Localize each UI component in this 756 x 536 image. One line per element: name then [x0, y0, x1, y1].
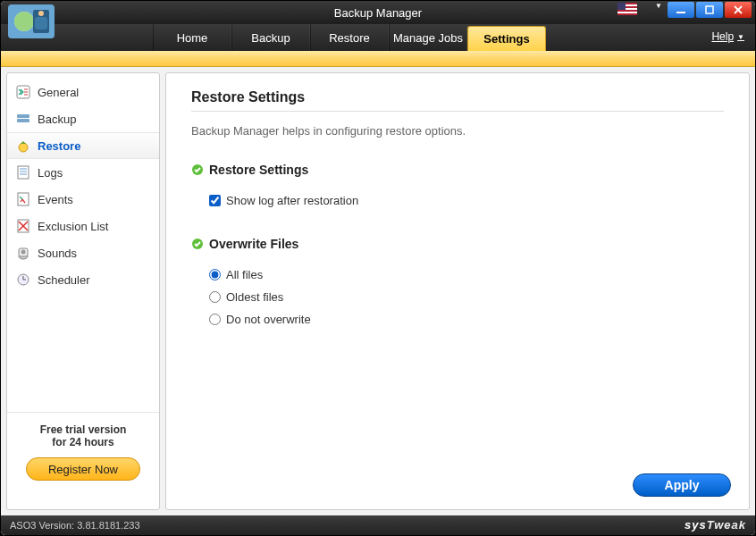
- sidebar-item-events[interactable]: Events: [7, 186, 159, 213]
- app-logo-icon: [6, 3, 56, 40]
- language-dropdown-icon[interactable]: ▼: [651, 2, 666, 18]
- tab-settings[interactable]: Settings: [467, 26, 546, 51]
- show-log-checkbox-row[interactable]: Show log after restoration: [191, 189, 724, 212]
- sidebar-item-scheduler[interactable]: Scheduler: [7, 266, 159, 293]
- gold-accent-strip: [1, 51, 755, 67]
- svg-rect-10: [617, 3, 626, 10]
- maximize-button[interactable]: [696, 2, 723, 18]
- titlebar: Backup Manager ▼: [1, 1, 755, 24]
- title-divider: [191, 111, 724, 112]
- restore-icon: [16, 138, 30, 153]
- svg-rect-9: [617, 12, 637, 13]
- sidebar-item-general[interactable]: General: [7, 79, 159, 105]
- sidebar-item-label: General: [38, 86, 79, 99]
- tab-restore[interactable]: Restore: [310, 24, 389, 51]
- app-window: Backup Manager ▼ Home Backup Restore Man…: [0, 0, 756, 536]
- sidebar-item-sounds[interactable]: Sounds: [7, 239, 159, 266]
- radio-label: Do not overwrite: [226, 313, 311, 326]
- svg-rect-19: [18, 166, 29, 179]
- svg-rect-16: [17, 114, 29, 118]
- svg-rect-23: [18, 193, 29, 205]
- events-icon: [16, 192, 30, 206]
- trial-info: Free trial version for 24 hours Register…: [7, 413, 159, 509]
- svg-point-2: [14, 12, 34, 31]
- section-title: Overwrite Files: [209, 237, 298, 251]
- version-text: ASO3 Version: 3.81.8181.233: [10, 520, 140, 531]
- sidebar-item-logs[interactable]: Logs: [7, 159, 159, 186]
- page-description: Backup Manager helps in configuring rest…: [191, 124, 724, 138]
- tab-backup[interactable]: Backup: [231, 24, 310, 51]
- overwrite-none-radio[interactable]: [209, 314, 221, 325]
- main-menu: Home Backup Restore Manage Jobs Settings…: [1, 24, 755, 51]
- minimize-button[interactable]: [668, 2, 694, 18]
- show-log-checkbox[interactable]: [209, 195, 221, 206]
- svg-point-18: [19, 143, 28, 152]
- body: General Backup Restore Logs Events Exclu…: [1, 67, 755, 515]
- sidebar-item-label: Events: [38, 193, 73, 206]
- show-log-label: Show log after restoration: [226, 194, 358, 207]
- sidebar-item-exclusion[interactable]: Exclusion List: [7, 213, 159, 239]
- section-overwrite-files: Overwrite Files All files Oldest files D…: [191, 237, 724, 331]
- sidebar-item-restore[interactable]: Restore: [7, 132, 159, 159]
- svg-rect-11: [676, 12, 685, 13]
- brand-logo: sysTweak: [685, 518, 746, 532]
- page-title: Restore Settings: [191, 89, 724, 105]
- sidebar-item-label: Logs: [38, 166, 63, 180]
- exclusion-icon: [16, 219, 30, 233]
- section-restore-settings: Restore Settings Show log after restorat…: [191, 163, 724, 212]
- apply-button[interactable]: Apply: [633, 473, 731, 497]
- logs-icon: [16, 165, 30, 180]
- language-flag-icon[interactable]: [616, 2, 639, 16]
- sidebar-item-label: Sounds: [38, 247, 77, 260]
- tab-manage-jobs[interactable]: Manage Jobs: [389, 24, 467, 51]
- chevron-down-icon: ▼: [737, 33, 744, 41]
- sidebar-item-backup[interactable]: Backup: [7, 105, 159, 132]
- register-button[interactable]: Register Now: [26, 457, 140, 481]
- help-link[interactable]: Help ▼: [711, 30, 744, 43]
- status-bar: ASO3 Version: 3.81.8181.233 sysTweak: [1, 515, 755, 535]
- overwrite-oldest-radio-row[interactable]: Oldest files: [191, 286, 724, 308]
- help-label: Help: [711, 30, 734, 43]
- sidebar-item-label: Exclusion List: [38, 220, 108, 233]
- trial-line-1: Free trial version: [40, 423, 127, 436]
- svg-rect-17: [17, 119, 29, 122]
- checkmark-icon: [191, 163, 204, 176]
- trial-line-2: for 24 hours: [52, 436, 113, 448]
- overwrite-none-radio-row[interactable]: Do not overwrite: [191, 308, 724, 331]
- section-title: Restore Settings: [209, 163, 308, 177]
- svg-rect-5: [35, 17, 47, 29]
- overwrite-all-radio-row[interactable]: All files: [191, 264, 724, 286]
- radio-label: Oldest files: [226, 290, 283, 304]
- sidebar-item-label: Restore: [38, 139, 80, 153]
- sidebar-item-label: Scheduler: [38, 273, 90, 287]
- general-icon: [16, 85, 30, 99]
- svg-rect-12: [706, 6, 713, 13]
- sidebar: General Backup Restore Logs Events Exclu…: [6, 72, 160, 510]
- scheduler-icon: [16, 272, 30, 287]
- svg-point-29: [21, 250, 26, 255]
- close-button[interactable]: [725, 2, 752, 18]
- sidebar-item-label: Backup: [38, 113, 76, 126]
- radio-label: All files: [226, 268, 263, 281]
- overwrite-all-radio[interactable]: [209, 269, 221, 281]
- main-panel: Restore Settings Backup Manager helps in…: [165, 72, 750, 510]
- checkmark-icon: [191, 238, 204, 250]
- svg-point-4: [38, 11, 44, 16]
- overwrite-oldest-radio[interactable]: [209, 291, 221, 303]
- sounds-icon: [16, 246, 30, 260]
- backup-icon: [16, 112, 30, 126]
- tab-home[interactable]: Home: [153, 24, 231, 51]
